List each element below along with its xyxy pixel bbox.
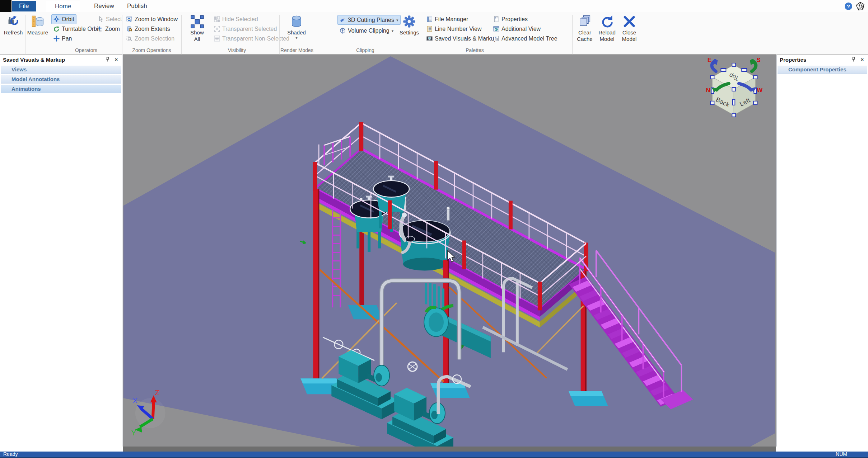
status-message: Ready <box>3 452 18 457</box>
cutting-planes-button[interactable]: 3D Cutting Planes ▾ <box>337 15 401 25</box>
line-number-view-button[interactable]: Line Number View <box>424 24 484 34</box>
turntable-orbit-button[interactable]: Turntable Orbit <box>51 24 102 34</box>
right-panel-title: Properties <box>780 57 806 63</box>
file-manager-button[interactable]: File Manager <box>424 14 470 24</box>
tab-bar: File Home Review Publish ? <box>0 0 868 13</box>
ribbon-separator <box>394 15 394 57</box>
tab-file[interactable]: File <box>12 1 36 11</box>
clear-cache-icon <box>578 15 592 28</box>
compass-north[interactable]: N <box>706 87 710 94</box>
ribbon: Refresh Measure Orbit <box>0 12 868 55</box>
bottom-strip <box>0 447 868 452</box>
volume-clipping-button[interactable]: Volume Clipping ▾ <box>337 26 396 36</box>
transparent-selected-button[interactable]: Transparent Selected <box>212 24 279 34</box>
pin-icon[interactable] <box>851 57 857 62</box>
show-all-icon <box>190 15 204 28</box>
transparent-selected-icon <box>214 26 220 32</box>
zoom-to-window-icon <box>126 16 132 22</box>
axis-z-label: Z <box>155 389 159 397</box>
advanced-model-tree-button[interactable]: Advanced Model Tree <box>491 34 560 43</box>
group-label-operators: Operators <box>54 47 118 53</box>
show-all-button[interactable]: ShowAll <box>186 13 208 52</box>
shaded-dropdown-caret[interactable]: ▾ <box>295 36 298 39</box>
refresh-icon <box>6 15 20 28</box>
tab-review[interactable]: Review <box>85 1 123 11</box>
group-label-visibility: Visibility <box>205 47 269 53</box>
turntable-orbit-icon <box>53 26 60 32</box>
zoom-extents-icon <box>126 26 132 32</box>
saved-visuals-markup-panel: Saved Visuals & Markup × Views Model Ann… <box>0 55 122 447</box>
properties-icon <box>493 16 499 22</box>
application-window: File Home Review Publish ? Refresh <box>0 0 868 458</box>
compass-west[interactable]: W <box>757 87 762 94</box>
axis-x-label: X <box>133 397 137 405</box>
pin-icon[interactable] <box>105 57 111 62</box>
properties-panel: Properties × Component Properties <box>776 55 868 447</box>
line-number-view-icon <box>426 26 433 32</box>
ribbon-separator <box>645 15 645 57</box>
pan-button[interactable]: Pan <box>51 34 74 43</box>
model-viewport[interactable]: Top Back Left E S N W <box>123 55 776 447</box>
group-label-palettes: Palettes <box>445 47 504 53</box>
tab-home[interactable]: Home <box>46 1 80 12</box>
right-panel-header: Properties × <box>777 55 868 64</box>
compass-east[interactable]: E <box>708 57 711 63</box>
file-manager-icon <box>426 16 433 22</box>
close-model-icon <box>622 15 636 28</box>
zoom-extents-button[interactable]: Zoom Extents <box>124 24 172 34</box>
group-label-zoom-operations: Zoom Operations <box>124 47 179 53</box>
select-cursor-icon <box>98 16 104 22</box>
zoom-selection-icon <box>126 36 132 42</box>
saved-visuals-markup-icon <box>426 36 433 42</box>
zoom-to-window-button[interactable]: Zoom to Window <box>124 14 180 24</box>
shaded-cylinder-icon <box>290 15 303 28</box>
hide-selected-icon <box>214 16 220 22</box>
ribbon-separator <box>572 15 573 57</box>
list-item-views[interactable]: Views <box>1 65 121 74</box>
list-item-animations[interactable]: Animations <box>1 85 121 93</box>
volume-clipping-caret: ▾ <box>392 29 394 33</box>
select-button[interactable]: Select <box>95 14 124 24</box>
close-model-button[interactable]: CloseModel <box>619 13 640 52</box>
refresh-button[interactable]: Refresh <box>2 13 24 52</box>
ribbon-separator <box>25 15 25 57</box>
zoom-button[interactable]: Zoom <box>95 24 122 34</box>
saved-visuals-markup-button[interactable]: Saved Visuals & Markup <box>424 34 499 43</box>
transparent-non-selected-icon <box>214 36 220 42</box>
ribbon-separator <box>316 15 316 57</box>
zoom-plus-icon <box>97 26 103 32</box>
ribbon-separator <box>50 15 50 57</box>
zoom-selection-button[interactable]: Zoom Selection <box>124 34 177 43</box>
shaded-button[interactable]: Shaded ▾ <box>284 13 309 52</box>
num-lock-indicator: NUM <box>836 452 847 457</box>
help-icon: ? <box>845 3 852 10</box>
clear-cache-button[interactable]: ClearCache <box>574 13 595 52</box>
close-icon[interactable]: × <box>113 57 119 62</box>
additional-view-button[interactable]: Additional View <box>491 24 543 34</box>
measure-icon <box>31 15 45 28</box>
volume-clipping-icon <box>340 28 346 34</box>
reload-model-icon <box>600 15 614 28</box>
corner-block <box>0 0 11 12</box>
tab-publish[interactable]: Publish <box>118 1 156 11</box>
axis-y-label: Y <box>131 429 136 437</box>
reload-model-button[interactable]: ReloadModel <box>597 13 617 52</box>
list-item-component-properties[interactable]: Component Properties <box>778 65 867 74</box>
properties-button[interactable]: Properties <box>491 14 530 24</box>
help-button[interactable]: ? <box>845 1 852 11</box>
measure-button[interactable]: Measure <box>27 13 49 52</box>
settings-button[interactable]: Settings <box>398 13 421 52</box>
additional-view-icon <box>493 26 499 32</box>
close-icon[interactable]: × <box>859 57 865 62</box>
compass-south[interactable]: S <box>757 57 761 63</box>
3d-scene[interactable]: Top Back Left E S N W <box>123 55 776 447</box>
viewport-footer <box>123 447 776 452</box>
settings-gear-icon <box>402 15 416 28</box>
advanced-model-tree-icon <box>493 36 499 42</box>
wireframe-logo-icon <box>855 1 865 11</box>
left-panel-title: Saved Visuals & Markup <box>3 57 65 63</box>
status-bar: Ready NUM <box>0 452 868 458</box>
list-item-model-annotations[interactable]: Model Annotations <box>1 75 121 84</box>
orbit-button[interactable]: Orbit <box>51 14 76 24</box>
hide-selected-button[interactable]: Hide Selected <box>212 14 260 24</box>
